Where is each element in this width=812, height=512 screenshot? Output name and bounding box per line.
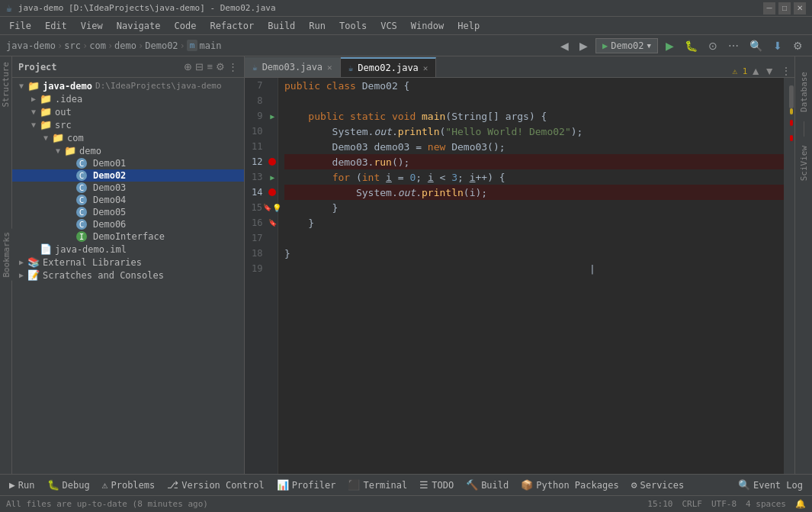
breadcrumb-com[interactable]: com [89, 40, 106, 51]
menu-run[interactable]: Run [303, 19, 332, 33]
tree-item-external-libs[interactable]: ▶ 📚 External Libraries [12, 256, 244, 269]
tab-demo03-close[interactable]: ✕ [327, 63, 332, 72]
status-notifications[interactable]: 🔔 [795, 499, 806, 509]
nav-back-button[interactable]: ◀ [557, 38, 572, 53]
tab-more-button[interactable]: ⋮ [781, 65, 791, 77]
code-line-7: public class Demo02 { [284, 78, 784, 93]
profiler-toolbar-button[interactable]: 📊 Profiler [272, 478, 341, 492]
tree-item-scratches[interactable]: ▶ 📝 Scratches and Consoles [12, 269, 244, 282]
run-config-selector[interactable]: ▶ Demo02 ▼ [595, 38, 658, 53]
menu-vcs[interactable]: VCS [374, 19, 403, 33]
menu-code[interactable]: Code [168, 19, 203, 33]
bulb-15[interactable]: 💡 [272, 204, 281, 212]
tree-item-demo02[interactable]: C Demo02 [12, 169, 244, 182]
run-button[interactable]: ▶ [663, 38, 677, 53]
nav-forward-button[interactable]: ▶ [576, 38, 591, 53]
locate-button[interactable]: ⊕ [184, 61, 192, 72]
breadcrumb-src[interactable]: src [64, 40, 81, 51]
python-packages-toolbar-button[interactable]: 📦 Python Packages [516, 478, 623, 492]
version-control-toolbar-button[interactable]: ⎇ Version Control [162, 478, 268, 492]
breakpoint-stripe-2 [790, 135, 793, 141]
problems-toolbar-button[interactable]: ⚠ Problems [98, 478, 160, 492]
sort-button[interactable]: ≡ [207, 61, 213, 72]
warning-stripe-1 [790, 108, 793, 114]
breadcrumb-main[interactable]: main [199, 40, 221, 51]
breadcrumb-project[interactable]: java-demo [6, 40, 56, 51]
menu-help[interactable]: Help [451, 19, 486, 33]
tree-item-demo[interactable]: ▼ 📁 demo [12, 144, 244, 157]
bookmark-16[interactable]: 🔖 [268, 219, 277, 227]
status-position[interactable]: 15:10 [647, 499, 672, 509]
scroll-thumb[interactable] [789, 85, 794, 108]
search-everywhere-button[interactable]: 🔍 [746, 38, 765, 53]
menu-tools[interactable]: Tools [333, 19, 373, 33]
code-content[interactable]: public class Demo02 { public static void… [278, 78, 784, 474]
close-button[interactable]: ✕ [794, 2, 806, 14]
more-actions-button[interactable]: ⋯ [725, 38, 742, 53]
run-gutter-9[interactable]: ▶ [270, 112, 274, 121]
tree-item-demo03[interactable]: C Demo03 [12, 182, 244, 194]
tree-item-src[interactable]: ▼ 📁 src [12, 118, 244, 131]
code-editor[interactable]: 7 8 9 ▶ 10 [245, 78, 794, 474]
tab-demo03[interactable]: ☕ Demo03.java ✕ [245, 57, 341, 77]
services-toolbar-button[interactable]: ⚙ Services [627, 478, 689, 492]
build-toolbar-button[interactable]: 🔨 Build [461, 478, 513, 492]
tree-item-demo06[interactable]: C Demo06 [12, 218, 244, 230]
breakpoint-12[interactable] [268, 158, 276, 166]
run-gutter-13[interactable]: ▶ [270, 173, 274, 182]
status-indent[interactable]: 4 spaces [746, 499, 786, 509]
menu-navigate[interactable]: Navigate [111, 19, 167, 33]
menu-build[interactable]: Build [262, 19, 301, 33]
tree-item-demo01[interactable]: C Demo01 [12, 157, 244, 169]
code-line-15: } [284, 200, 784, 215]
tree-item-out[interactable]: ▼ 📁 out [12, 105, 244, 118]
menu-bar: File Edit View Navigate Code Refactor Bu… [0, 17, 812, 35]
settings-button[interactable]: ⚙ [790, 38, 806, 53]
warning-down-button[interactable]: ▼ [764, 65, 775, 77]
maximize-button[interactable]: □ [778, 2, 791, 14]
breadcrumb-demo[interactable]: demo [114, 40, 136, 51]
menu-refactor[interactable]: Refactor [204, 19, 260, 33]
bookmark-15[interactable]: 🔖 [263, 204, 271, 211]
update-button[interactable]: ⬇ [770, 38, 785, 53]
event-log-toolbar-button[interactable]: 🔍 Event Log [733, 478, 807, 492]
debug-toolbar-button[interactable]: 🐛 Debug [43, 478, 95, 492]
run-toolbar-button[interactable]: ▶ Run [5, 478, 40, 492]
tree-item-root[interactable]: ▼ 📁 java-demo D:\IdeaProjects\java-demo [12, 79, 244, 92]
bookmarks-side-label[interactable]: Bookmarks [0, 229, 12, 281]
project-tree[interactable]: ▼ 📁 java-demo D:\IdeaProjects\java-demo … [12, 78, 244, 474]
tree-item-idea[interactable]: ▶ 📁 .idea [12, 92, 244, 105]
warning-up-button[interactable]: ▲ [750, 65, 761, 77]
tree-item-demo05[interactable]: C Demo05 [12, 206, 244, 218]
status-line-ending[interactable]: CRLF [682, 499, 702, 509]
tree-item-com[interactable]: ▼ 📁 com [12, 131, 244, 144]
tree-item-demo04[interactable]: C Demo04 [12, 194, 244, 206]
line-number-16: 16 [245, 217, 267, 228]
terminal-toolbar-button[interactable]: ⬛ Terminal [343, 478, 412, 492]
todo-toolbar-button[interactable]: ☰ TODO [415, 478, 458, 492]
settings-icon-button[interactable]: ⚙ [216, 61, 225, 72]
minimize-button[interactable]: ─ [763, 2, 775, 14]
structure-toggle-icon[interactable]: Structure [1, 60, 11, 110]
coverage-button[interactable]: ⊙ [705, 38, 721, 53]
menu-view[interactable]: View [75, 19, 109, 33]
tab-demo02-close[interactable]: ✕ [423, 63, 428, 73]
gutter-line-16: 16 🔖 [245, 215, 278, 230]
menu-file[interactable]: File [3, 19, 37, 33]
database-panel-label[interactable]: Database [799, 72, 809, 112]
tree-item-demointerface[interactable]: I DemoInterface [12, 230, 244, 243]
menu-edit[interactable]: Edit [39, 19, 73, 33]
tab-demo02[interactable]: ☕ Demo02.java ✕ [341, 57, 437, 77]
debug-button[interactable]: 🐛 [682, 38, 701, 53]
status-encoding[interactable]: UTF-8 [711, 499, 737, 509]
sciview-panel-label[interactable]: SciView [799, 146, 809, 181]
scroll-track[interactable] [784, 78, 794, 474]
collapse-all-button[interactable]: ⊟ [195, 61, 204, 72]
menu-window[interactable]: Window [405, 19, 450, 33]
breadcrumb-demo02[interactable]: Demo02 [145, 40, 178, 51]
bottom-toolbar: ▶ Run 🐛 Debug ⚠ Problems ⎇ Version Contr… [0, 474, 812, 495]
line-number-12: 12 [245, 156, 267, 167]
breakpoint-14[interactable] [268, 188, 276, 196]
panel-close-button[interactable]: ⋮ [228, 61, 238, 72]
tree-item-iml[interactable]: 📄 java-demo.iml [12, 243, 244, 256]
